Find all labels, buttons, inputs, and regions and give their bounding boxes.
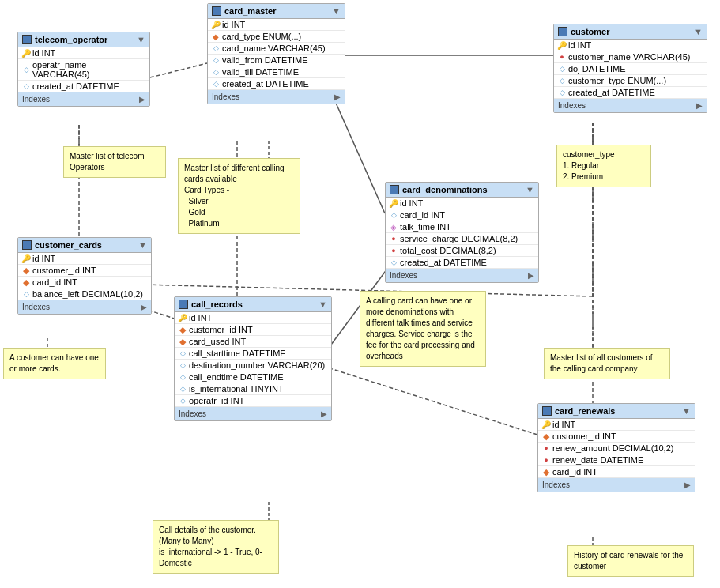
field-label: total_cost DECIMAL(8,2) [400, 246, 496, 255]
diagram-canvas: telecom_operator ▼ 🔑 id INT ◇ operatr_na… [0, 0, 720, 588]
table-arrow-telecom[interactable]: ▼ [137, 35, 145, 44]
note-call-records: Call details of the customer. (Many to M… [153, 520, 279, 574]
unique-icon: ◇ [390, 258, 398, 266]
note-text-card-denom: A calling card can have one or more deno… [366, 296, 475, 360]
unique-icon: ◇ [390, 211, 398, 219]
table-icon-customer-cards [22, 240, 32, 250]
table-icon-card-master [212, 6, 221, 16]
note-text-customer-cards: A customer can have one or more cards. [9, 353, 99, 373]
field-label: card_id INT [32, 277, 77, 287]
note-text-card-master: Master list of different calling cards a… [184, 164, 285, 228]
field-label: created_at DATETIME [568, 88, 655, 97]
table-customer[interactable]: customer ▼ 🔑 id INT ● customer_name VARC… [553, 24, 707, 113]
table-row: ◆ card_id INT [538, 466, 695, 478]
table-title-telecom: telecom_operator [35, 35, 107, 44]
table-footer-telecom[interactable]: Indexes ▶ [18, 92, 149, 106]
table-header-telecom-operator[interactable]: telecom_operator ▼ [18, 32, 149, 47]
pk-icon: 🔑 [22, 49, 30, 57]
unique-icon: ◇ [558, 89, 566, 96]
footer-arrow-card-renewals[interactable]: ▶ [684, 481, 691, 489]
table-footer-card-renewals[interactable]: Indexes ▶ [538, 478, 695, 492]
table-header-customer-cards[interactable]: customer_cards ▼ [18, 238, 151, 253]
table-row: ◇ doj DATETIME [554, 63, 707, 75]
table-row: 🔑 id INT [18, 47, 149, 59]
field-label: created_at DATETIME [400, 258, 487, 267]
footer-arrow-customer[interactable]: ▶ [696, 101, 703, 110]
unique-icon: ◇ [22, 82, 30, 90]
field-label: id INT [189, 313, 212, 322]
footer-arrow-customer-cards[interactable]: ▶ [141, 303, 147, 311]
field-label: call_starttime DATETIME [189, 349, 286, 358]
table-arrow-card-renewals[interactable]: ▼ [682, 406, 691, 416]
table-header-card-master[interactable]: card_master ▼ [208, 4, 345, 19]
pk-icon: 🔑 [179, 314, 187, 322]
table-row: ◈ talk_time INT [386, 221, 538, 233]
table-footer-card-denom[interactable]: Indexes ▶ [386, 269, 538, 282]
unique-icon: ◇ [179, 385, 187, 393]
table-arrow-customer-cards[interactable]: ▼ [138, 240, 147, 250]
table-arrow-card-master[interactable]: ▼ [332, 6, 341, 16]
table-footer-customer-cards[interactable]: Indexes ▶ [18, 300, 151, 314]
unique-icon: ◇ [212, 68, 220, 76]
table-row: ◇ balance_left DECIMAL(10,2) [18, 288, 151, 300]
field-label: card_type ENUM(...) [222, 32, 301, 41]
unique-icon: ◇ [179, 373, 187, 381]
field-label: renew_amount DECIMAL(10,2) [552, 443, 673, 453]
table-row: ● renew_date DATETIME [538, 454, 695, 466]
table-arrow-call-records[interactable]: ▼ [319, 300, 327, 309]
table-telecom-operator[interactable]: telecom_operator ▼ 🔑 id INT ◇ operatr_na… [17, 32, 150, 107]
field-label: valid_from DATETIME [222, 55, 308, 65]
footer-arrow-call-records[interactable]: ▶ [321, 409, 327, 418]
index-icon: ◈ [390, 223, 398, 231]
table-row: ◇ created_at DATETIME [18, 81, 149, 92]
footer-arrow-telecom[interactable]: ▶ [139, 95, 145, 104]
fk-icon: ◆ [22, 266, 30, 274]
table-title-card-master: card_master [224, 6, 276, 16]
unique-icon: ◇ [212, 44, 220, 52]
table-row: ● service_charge DECIMAL(8,2) [386, 233, 538, 245]
note-text-call-records: Call details of the customer. (Many to M… [159, 526, 262, 567]
table-row: ◇ call_endtime DATETIME [175, 371, 331, 383]
table-row: ◇ created_at DATETIME [386, 257, 538, 269]
table-header-card-renewals[interactable]: card_renewals ▼ [538, 404, 695, 419]
table-row: ◇ card_name VARCHAR(45) [208, 43, 345, 55]
table-card-renewals[interactable]: card_renewals ▼ 🔑 id INT ◆ customer_id I… [537, 403, 695, 492]
field-label: service_charge DECIMAL(8,2) [400, 234, 518, 243]
field-label: id INT [568, 40, 591, 50]
field-label: card_id INT [552, 467, 597, 477]
field-label: id INT [32, 254, 55, 263]
indexes-label: Indexes [212, 92, 239, 101]
field-label: call_endtime DATETIME [189, 372, 284, 382]
table-header-customer[interactable]: customer ▼ [554, 24, 707, 40]
field-label: customer_id INT [552, 432, 616, 441]
note-customer-master: Master list of all customers of the call… [544, 348, 670, 379]
fk-icon: ◆ [542, 432, 550, 440]
field-label: customer_type ENUM(...) [568, 76, 666, 85]
table-title-customer-cards: customer_cards [35, 240, 102, 250]
table-footer-call-records[interactable]: Indexes ▶ [175, 407, 331, 420]
table-row: ◆ customer_id INT [175, 324, 331, 336]
table-card-master[interactable]: card_master ▼ 🔑 id INT ◆ card_type ENUM(… [207, 3, 345, 104]
footer-arrow-card-master[interactable]: ▶ [334, 92, 341, 101]
table-row: ◇ valid_from DATETIME [208, 55, 345, 66]
note-card-renewals: History of card renewals for the custome… [567, 545, 694, 577]
table-header-call-records[interactable]: call_records ▼ [175, 297, 331, 312]
table-card-denominations[interactable]: card_denominations ▼ 🔑 id INT ◇ card_id … [385, 182, 539, 283]
table-header-card-denom[interactable]: card_denominations ▼ [386, 183, 538, 198]
field-label: operatr_id INT [189, 396, 244, 405]
field-label: id INT [32, 48, 55, 58]
table-call-records[interactable]: call_records ▼ 🔑 id INT ◆ customer_id IN… [174, 296, 332, 421]
table-row: ◇ destination_number VARCHAR(20) [175, 360, 331, 371]
table-row: ◇ created_at DATETIME [208, 78, 345, 90]
table-row: ◆ customer_id INT [538, 431, 695, 443]
indexes-label: Indexes [22, 303, 50, 311]
table-customer-cards[interactable]: customer_cards ▼ 🔑 id INT ◆ customer_id … [17, 237, 152, 315]
indexes-label: Indexes [558, 101, 586, 110]
table-icon-telecom [22, 35, 32, 44]
field-label: created_at DATETIME [32, 81, 119, 91]
table-footer-card-master[interactable]: Indexes ▶ [208, 90, 345, 104]
footer-arrow-card-denom[interactable]: ▶ [528, 271, 534, 280]
table-footer-customer[interactable]: Indexes ▶ [554, 99, 707, 112]
table-arrow-customer[interactable]: ▼ [694, 27, 703, 36]
table-arrow-card-denom[interactable]: ▼ [526, 185, 534, 194]
